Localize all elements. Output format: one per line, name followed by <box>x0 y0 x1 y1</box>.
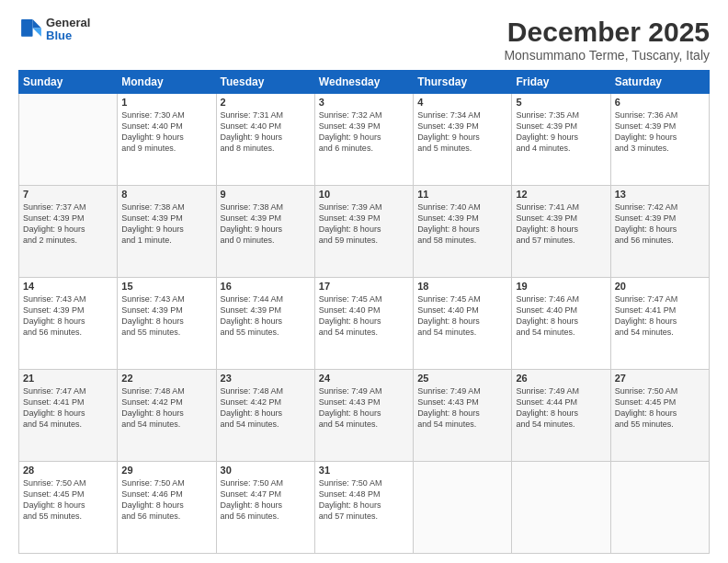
day-info: Daylight: 8 hours <box>121 316 211 327</box>
calendar-day-cell: 29Sunrise: 7:50 AMSunset: 4:46 PMDayligh… <box>118 462 216 554</box>
day-info: Sunrise: 7:37 AM <box>23 201 113 213</box>
calendar-day-cell <box>414 462 512 554</box>
day-info: Daylight: 8 hours <box>516 224 606 235</box>
day-info: Daylight: 8 hours <box>23 408 113 419</box>
day-number: 8 <box>121 189 211 200</box>
calendar-day-cell: 31Sunrise: 7:50 AMSunset: 4:48 PMDayligh… <box>314 462 413 554</box>
logo-general: General <box>46 17 90 29</box>
day-info: Sunrise: 7:49 AM <box>417 385 507 396</box>
svg-marker-0 <box>33 19 41 28</box>
calendar-day-cell: 23Sunrise: 7:48 AMSunset: 4:42 PMDayligh… <box>216 370 314 462</box>
day-info: Daylight: 9 hours <box>221 224 311 235</box>
calendar-day-cell: 24Sunrise: 7:49 AMSunset: 4:43 PMDayligh… <box>314 370 413 462</box>
day-info: Sunrise: 7:43 AM <box>23 293 113 304</box>
day-info: Sunrise: 7:49 AM <box>319 385 409 396</box>
calendar-day-cell: 10Sunrise: 7:39 AMSunset: 4:39 PMDayligh… <box>314 186 413 278</box>
day-info: and 57 minutes. <box>516 235 606 246</box>
day-info: and 5 minutes. <box>417 143 507 154</box>
day-info: and 54 minutes. <box>121 419 211 430</box>
day-info: Daylight: 9 hours <box>121 224 211 235</box>
day-info: and 4 minutes. <box>516 143 606 154</box>
day-info: and 54 minutes. <box>319 419 409 430</box>
day-info: Sunrise: 7:31 AM <box>221 109 311 121</box>
day-info: Sunrise: 7:38 AM <box>221 201 311 213</box>
day-info: Daylight: 8 hours <box>221 408 311 419</box>
day-info: Daylight: 9 hours <box>23 224 113 235</box>
day-info: and 56 minutes. <box>615 235 705 246</box>
day-info: Daylight: 9 hours <box>516 132 606 143</box>
day-number: 27 <box>615 373 705 384</box>
day-info: Sunrise: 7:48 AM <box>121 385 211 396</box>
day-info: Sunset: 4:39 PM <box>121 213 211 224</box>
day-info: and 2 minutes. <box>23 235 113 246</box>
day-info: Sunset: 4:41 PM <box>615 304 705 316</box>
day-info: Sunset: 4:39 PM <box>23 213 113 224</box>
day-info: Sunset: 4:39 PM <box>23 304 113 316</box>
day-info: Daylight: 9 hours <box>615 132 705 143</box>
day-info: and 9 minutes. <box>121 143 211 154</box>
day-info: Sunset: 4:45 PM <box>23 488 113 500</box>
day-number: 15 <box>121 281 211 292</box>
logo: General Blue <box>18 17 90 43</box>
calendar-day-cell: 8Sunrise: 7:38 AMSunset: 4:39 PMDaylight… <box>118 186 216 278</box>
day-info: and 55 minutes. <box>615 419 705 430</box>
day-info: Daylight: 8 hours <box>417 224 507 235</box>
day-info: and 54 minutes. <box>23 419 113 430</box>
calendar-header-row: SundayMondayTuesdayWednesdayThursdayFrid… <box>19 71 710 94</box>
day-info: Sunset: 4:44 PM <box>516 396 606 408</box>
calendar-day-header: Saturday <box>610 71 709 94</box>
calendar-day-cell <box>512 462 610 554</box>
day-info: and 54 minutes. <box>516 327 606 338</box>
calendar-day-cell: 13Sunrise: 7:42 AMSunset: 4:39 PMDayligh… <box>610 186 709 278</box>
day-info: Sunset: 4:39 PM <box>615 121 705 132</box>
page: General Blue December 2025 Monsummano Te… <box>0 0 728 563</box>
day-info: and 55 minutes. <box>23 511 113 522</box>
svg-marker-1 <box>33 29 41 37</box>
day-info: Sunrise: 7:50 AM <box>121 477 211 488</box>
day-info: Daylight: 8 hours <box>319 224 409 235</box>
svg-rect-2 <box>21 19 32 37</box>
day-info: and 54 minutes. <box>615 327 705 338</box>
day-info: Sunset: 4:45 PM <box>615 396 705 408</box>
calendar-day-cell: 21Sunrise: 7:47 AMSunset: 4:41 PMDayligh… <box>19 370 118 462</box>
day-number: 25 <box>417 373 507 384</box>
day-info: and 59 minutes. <box>319 235 409 246</box>
day-info: Daylight: 8 hours <box>23 500 113 511</box>
day-info: Daylight: 9 hours <box>121 132 211 143</box>
day-info: Sunrise: 7:41 AM <box>516 201 606 213</box>
day-info: Sunrise: 7:35 AM <box>516 109 606 121</box>
day-info: and 54 minutes. <box>417 327 507 338</box>
day-info: Daylight: 9 hours <box>319 132 409 143</box>
day-info: Sunset: 4:47 PM <box>221 488 311 500</box>
calendar-week-row: 14Sunrise: 7:43 AMSunset: 4:39 PMDayligh… <box>19 278 710 370</box>
day-info: Sunrise: 7:38 AM <box>121 201 211 213</box>
day-info: and 54 minutes. <box>319 327 409 338</box>
day-info: Sunset: 4:42 PM <box>121 396 211 408</box>
day-number: 6 <box>615 97 705 108</box>
calendar-day-cell: 25Sunrise: 7:49 AMSunset: 4:43 PMDayligh… <box>414 370 512 462</box>
day-number: 20 <box>615 281 705 292</box>
logo-text: General Blue <box>46 17 90 43</box>
day-info: Sunrise: 7:49 AM <box>516 385 606 396</box>
day-info: and 3 minutes. <box>615 143 705 154</box>
calendar-day-cell: 28Sunrise: 7:50 AMSunset: 4:45 PMDayligh… <box>19 462 118 554</box>
title-block: December 2025 Monsummano Terme, Tuscany,… <box>504 17 710 63</box>
header: General Blue December 2025 Monsummano Te… <box>18 17 710 63</box>
day-info: Sunrise: 7:39 AM <box>319 201 409 213</box>
day-info: Sunrise: 7:47 AM <box>23 385 113 396</box>
day-info: and 56 minutes. <box>23 327 113 338</box>
day-info: Sunset: 4:40 PM <box>516 304 606 316</box>
calendar-day-cell <box>19 94 118 186</box>
day-info: Sunset: 4:46 PM <box>121 488 211 500</box>
day-info: Sunrise: 7:32 AM <box>319 109 409 121</box>
calendar-day-cell: 1Sunrise: 7:30 AMSunset: 4:40 PMDaylight… <box>118 94 216 186</box>
day-info: and 55 minutes. <box>121 327 211 338</box>
day-info: and 0 minutes. <box>221 235 311 246</box>
day-info: Sunset: 4:39 PM <box>615 213 705 224</box>
calendar-day-cell: 18Sunrise: 7:45 AMSunset: 4:40 PMDayligh… <box>414 278 512 370</box>
calendar-day-cell: 14Sunrise: 7:43 AMSunset: 4:39 PMDayligh… <box>19 278 118 370</box>
calendar-day-cell: 17Sunrise: 7:45 AMSunset: 4:40 PMDayligh… <box>314 278 413 370</box>
day-info: Sunset: 4:39 PM <box>221 213 311 224</box>
day-info: Sunrise: 7:50 AM <box>615 385 705 396</box>
day-number: 17 <box>319 281 409 292</box>
